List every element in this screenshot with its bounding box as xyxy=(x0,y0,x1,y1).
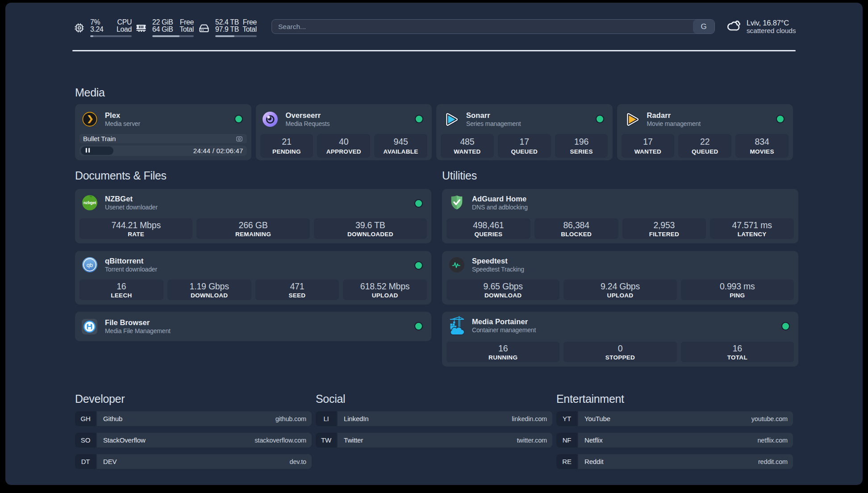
stat-value: 0 xyxy=(618,343,623,354)
portainer-icon xyxy=(449,318,464,334)
bookmark-abbr: TW xyxy=(316,433,337,447)
bookmark-linkedin[interactable]: LI LinkedIn linkedin.com xyxy=(316,411,552,426)
bookmark-body: DEV dev.to xyxy=(97,454,312,469)
service-name: Plex xyxy=(105,111,140,120)
resource-progress-fill xyxy=(152,35,179,38)
bookmark-twitter[interactable]: TW Twitter twitter.com xyxy=(316,433,552,447)
stat-value: 9.24 Gbps xyxy=(601,281,640,292)
bookmark-youtube[interactable]: YT YouTube youtube.com xyxy=(556,411,793,426)
stat-queued: 17 QUEUED xyxy=(498,134,551,158)
service-card-adguard-home[interactable]: AdGuard Home DNS and adblocking 498,461 … xyxy=(442,189,798,243)
stat-label: LEECH xyxy=(111,292,132,299)
stat-total: 16 TOTAL xyxy=(681,342,794,362)
stats-row: 498,461 QUERIES 86,384 BLOCKED 2,953 FIL… xyxy=(447,218,794,239)
status-dot-online xyxy=(597,116,603,122)
filebrowser-icon xyxy=(82,319,97,334)
service-card-file-browser[interactable]: File Browser Media File Management xyxy=(75,312,431,341)
status-dot-online xyxy=(416,116,422,122)
service-titles: NZBGet Usenet downloader xyxy=(105,195,158,211)
search-provider-button[interactable]: G xyxy=(693,20,714,33)
service-card-plex[interactable]: Plex Media server Bullet Train 24:44 / 0… xyxy=(75,104,251,160)
service-card-radarr[interactable]: Radarr Movie management 17 WANTED 22 QUE… xyxy=(617,104,793,160)
bookmark-name: StackOverflow xyxy=(103,436,146,444)
service-titles: Sonarr Series management xyxy=(466,111,521,127)
service-card-media-portainer[interactable]: Media Portainer Container management 16 … xyxy=(442,312,798,367)
cpu-icon xyxy=(74,23,84,33)
resource-body: 22 GiBFree 64 GiBTotal xyxy=(152,19,194,38)
stat-value: 945 xyxy=(394,137,408,147)
bookmark-body: StackOverflow stackoverflow.com xyxy=(97,433,312,447)
stat-label: RATE xyxy=(128,231,144,238)
stat-value: 16 xyxy=(733,343,742,354)
stat-queries: 498,461 QUERIES xyxy=(447,218,530,239)
adguard-icon xyxy=(449,195,464,211)
bookmark-body: Github github.com xyxy=(97,411,312,426)
search-bar: G xyxy=(271,19,715,34)
stat-value: 39.6 TB xyxy=(355,220,385,230)
bookmark-reddit[interactable]: RE Reddit reddit.com xyxy=(556,454,793,469)
bookmark-abbr: DT xyxy=(75,454,96,469)
weather-condition: scattered clouds xyxy=(747,27,796,35)
weather-widget[interactable]: Lviv, 16.87°C scattered clouds xyxy=(726,13,796,40)
bookmark-abbr: SO xyxy=(75,433,96,447)
stat-available: 945 AVAILABLE xyxy=(374,134,427,158)
resource-label-top: CPU xyxy=(117,19,132,26)
service-card-nzbget[interactable]: nzbget NZBGet Usenet downloader 744.21 M… xyxy=(75,189,431,243)
stat-label: LATENCY xyxy=(738,231,767,238)
service-head: File Browser Media File Management xyxy=(82,312,409,341)
stats-row: 9.65 Gbps DOWNLOAD 9.24 Gbps UPLOAD 0.99… xyxy=(447,280,794,300)
status-dot-online xyxy=(777,116,784,122)
stat-upload: 618.52 Mbps UPLOAD xyxy=(343,280,427,300)
bookmark-netflix[interactable]: NF Netflix netflix.com xyxy=(556,433,793,447)
stat-label: APPROVED xyxy=(326,148,361,155)
playback-progress xyxy=(81,146,113,155)
stat-wanted: 485 WANTED xyxy=(441,134,494,158)
overseerr-icon xyxy=(263,112,278,127)
pause-icon[interactable] xyxy=(85,147,91,155)
stat-queued: 22 QUEUED xyxy=(678,134,731,158)
stat-seed: 471 SEED xyxy=(255,280,339,300)
bookmark-name: YouTube xyxy=(584,415,610,422)
service-card-overseerr[interactable]: Overseerr Media Requests 21 PENDING 40 A… xyxy=(256,104,432,160)
resource-label-bottom: Total xyxy=(242,26,257,33)
search-input[interactable] xyxy=(272,20,693,33)
bookmark-github[interactable]: GH Github github.com xyxy=(75,411,312,426)
service-head: AdGuard Home DNS and adblocking xyxy=(449,195,776,211)
resource-label-bottom: Total xyxy=(179,26,194,33)
stat-label: BLOCKED xyxy=(561,231,592,238)
disk-icon xyxy=(199,23,209,33)
svg-text:qb: qb xyxy=(86,262,92,268)
bookmark-stackoverflow[interactable]: SO StackOverflow stackoverflow.com xyxy=(75,433,312,447)
resource-label-top: Free xyxy=(243,19,257,26)
service-head: Speedtest Speedtest Tracking xyxy=(449,257,776,273)
stat-label: WANTED xyxy=(454,148,480,155)
stat-remaining: 266 GB REMAINING xyxy=(196,218,309,239)
bookmark-url: twitter.com xyxy=(517,437,547,444)
status-dot-online xyxy=(235,116,242,122)
stat-label: WANTED xyxy=(634,148,661,155)
stat-label: MOVIES xyxy=(750,148,774,155)
stat-value: 471 xyxy=(290,281,304,292)
stat-label: FILTERED xyxy=(649,231,679,238)
stat-value: 0.993 ms xyxy=(720,281,755,292)
bookmark-url: netflix.com xyxy=(757,437,788,444)
resource-value-top: 52.4 TB xyxy=(215,19,239,26)
bookmark-url: dev.to xyxy=(290,458,306,465)
bookmark-dev[interactable]: DT DEV dev.to xyxy=(75,454,312,469)
stat-leech: 16 LEECH xyxy=(79,280,163,300)
bookmark-body: LinkedIn linkedin.com xyxy=(338,411,552,426)
resource-line-top: 7%CPU xyxy=(90,19,132,26)
bookmark-abbr: YT xyxy=(556,411,577,426)
stat-label: DOWNLOAD xyxy=(191,292,228,299)
bookmark-name: Twitter xyxy=(344,436,363,444)
stat-label: SEED xyxy=(288,292,305,299)
section-title-media: Media xyxy=(75,86,105,99)
service-card-qbittorrent[interactable]: qb qBittorrent Torrent downloader 16 LEE… xyxy=(75,251,431,305)
service-card-sonarr[interactable]: Sonarr Series management 485 WANTED 17 Q… xyxy=(436,104,613,160)
service-card-speedtest[interactable]: Speedtest Speedtest Tracking 9.65 Gbps D… xyxy=(442,251,798,305)
stat-value: 498,461 xyxy=(473,220,504,230)
stat-downloaded: 39.6 TB DOWNLOADED xyxy=(314,218,427,239)
stat-value: 266 GB xyxy=(239,220,268,230)
stat-label: UPLOAD xyxy=(372,292,398,299)
service-description: Media server xyxy=(105,120,140,127)
